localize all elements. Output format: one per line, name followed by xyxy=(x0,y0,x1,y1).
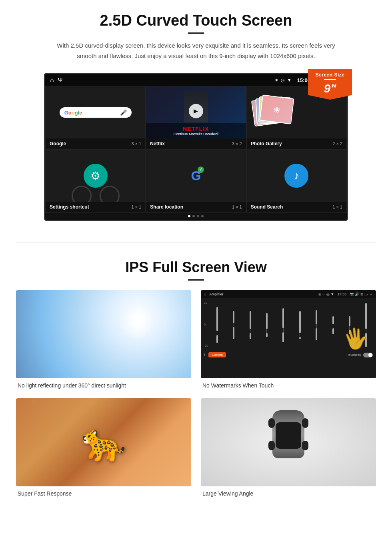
eq-divider-6 xyxy=(300,333,300,337)
netflix-logo: NETFLIX xyxy=(149,126,242,132)
eq-bar-7b xyxy=(316,328,317,340)
eq-bar-group-6 xyxy=(293,311,306,339)
eq-loudness-label: loudness xyxy=(348,353,361,357)
eq-home-icon: ⌂ xyxy=(204,292,206,296)
sunlight-visual xyxy=(16,290,191,378)
eq-divider-1 xyxy=(217,331,217,335)
car-wheel-front-right xyxy=(302,418,308,428)
status-bar: ⌂ Ψ ✶ ◎ ▼ 15:06 📷 🔊 ⊠ ▭ xyxy=(45,74,347,86)
eq-bar-1 xyxy=(216,307,218,331)
section-ips: IPS Full Screen View No light reflecting… xyxy=(0,255,392,509)
music-icon: ♪ xyxy=(284,164,308,188)
google-app-size: 3 × 1 xyxy=(132,141,142,146)
eq-y-10: 10 xyxy=(204,301,208,304)
gallery-card-4 xyxy=(260,94,294,124)
sound-app-size: 1 × 1 xyxy=(332,205,342,209)
netflix-app-size: 3 × 2 xyxy=(232,141,242,146)
equalizer-image: ⌂ Amplifier ⊞ ··· ◎ ▼ 17:33 📷 🔊 ⊠ ▭ → 10… xyxy=(201,290,376,378)
eq-bar-9 xyxy=(349,316,350,326)
google-logo: Google xyxy=(64,110,82,116)
home-icon: ⌂ xyxy=(50,76,54,84)
eq-bar-group-3 xyxy=(244,311,257,339)
netflix-app-name: Netflix xyxy=(150,141,165,147)
sound-label: Sound Search 1 × 1 xyxy=(247,202,346,212)
usb-icon: Ψ xyxy=(58,77,63,83)
gallery-app-name: Photo Gallery xyxy=(251,141,282,147)
app-cell-netflix[interactable]: ▶ NETFLIX Continue Marvel's Daredevil Ne… xyxy=(146,86,246,149)
eq-divider-5 xyxy=(283,328,284,332)
eq-status-icons: 📷 🔊 ⊠ ▭ → xyxy=(350,292,373,296)
google-app-name: Google xyxy=(50,141,66,147)
eq-bar-2 xyxy=(233,311,234,323)
bg-circle-1 xyxy=(72,186,92,202)
eq-bar-group-5 xyxy=(277,308,290,342)
eq-custom-button[interactable]: Custom xyxy=(208,352,226,357)
section2-divider xyxy=(188,279,204,281)
sound-thumb: ♪ xyxy=(247,150,346,202)
settings-app-size: 1 × 1 xyxy=(132,205,142,209)
car-image xyxy=(201,398,376,486)
dot-2 xyxy=(192,215,195,217)
netflix-thumb: ▶ NETFLIX Continue Marvel's Daredevil xyxy=(146,86,246,138)
dot-indicators xyxy=(45,213,347,220)
eq-bar-8 xyxy=(332,316,334,324)
section-curved-screen: 2.5D Curved Touch Screen With 2.5D curve… xyxy=(0,0,392,231)
eq-footer: ⟨· Custom loudness xyxy=(201,350,376,359)
app-cell-settings[interactable]: ⚙ Settings shortcut 1 × 1 xyxy=(45,149,146,213)
eq-loudness-toggle[interactable] xyxy=(363,353,373,357)
cheetah-image: 🐆 xyxy=(16,398,191,486)
settings-app-name: Settings shortcut xyxy=(50,204,89,210)
car-wheel-front-left xyxy=(268,418,275,428)
bluetooth-icon: ✶ xyxy=(275,78,278,83)
badge-size: 9" xyxy=(312,82,348,95)
bg-circle-2 xyxy=(100,186,120,202)
settings-thumb: ⚙ xyxy=(46,150,145,202)
car-visual xyxy=(201,398,376,486)
eq-bar-8b xyxy=(332,328,334,334)
app-grid: Google 🎤 Google 3 × 1 ▶ xyxy=(45,86,347,220)
share-thumb: G ✓ xyxy=(146,150,246,202)
eq-bar-5 xyxy=(282,308,284,328)
screen-frame: ⌂ Ψ ✶ ◎ ▼ 15:06 📷 🔊 ⊠ ▭ xyxy=(44,73,348,221)
eq-header: ⌂ Amplifier ⊞ ··· ◎ ▼ 17:33 📷 🔊 ⊠ ▭ → xyxy=(201,290,376,298)
equalizer-visual: ⌂ Amplifier ⊞ ··· ◎ ▼ 17:33 📷 🔊 ⊠ ▭ → 10… xyxy=(201,290,376,378)
eq-bar-1b xyxy=(216,335,218,343)
maps-checkmark: ✓ xyxy=(198,167,204,173)
eq-y-0: 0 xyxy=(204,323,208,326)
eq-y-labels: 10 0 -10 xyxy=(204,301,210,347)
screen-size-badge: Screen Size 9" xyxy=(308,69,352,100)
sound-app-name: Sound Search xyxy=(251,204,283,210)
eq-bar-group-8 xyxy=(326,316,340,334)
equalizer-caption: No Watermarks When Touch xyxy=(201,382,376,389)
feature-equalizer: ⌂ Amplifier ⊞ ··· ◎ ▼ 17:33 📷 🔊 ⊠ ▭ → 10… xyxy=(201,290,376,389)
eq-icons: ⊞ ··· ◎ ▼ xyxy=(318,292,334,296)
feature-grid: No light reflecting under 360° direct su… xyxy=(16,290,376,497)
eq-arrow-icon: ⟨· xyxy=(204,353,206,357)
google-search-bar[interactable]: Google 🎤 xyxy=(60,107,132,118)
share-app-size: 1 × 1 xyxy=(232,205,242,209)
share-label: Share location 1 × 1 xyxy=(146,202,246,212)
eq-bar-3 xyxy=(250,311,251,329)
feature-cheetah: 🐆 Super Fast Response xyxy=(16,398,191,497)
car-caption: Large Viewing Angle xyxy=(201,490,376,497)
dot-3 xyxy=(197,215,199,217)
app-cell-google[interactable]: Google 🎤 Google 3 × 1 xyxy=(45,86,146,149)
section-divider-hr xyxy=(16,243,376,243)
netflix-label: Netflix 3 × 2 xyxy=(146,138,246,149)
eq-bar-group-7 xyxy=(310,310,323,340)
mic-icon: 🎤 xyxy=(120,109,127,116)
eq-bar-7 xyxy=(316,310,317,324)
settings-bg xyxy=(72,186,120,202)
car-wheel-rear-right xyxy=(302,441,308,450)
eq-y-neg10: -10 xyxy=(204,344,208,347)
google-thumb: Google 🎤 xyxy=(46,86,145,138)
screen-mockup: Screen Size 9" ⌂ Ψ ✶ ◎ ▼ 15:06 📷 🔊 ⊠ ▭ xyxy=(44,73,348,221)
eq-time: 17:33 xyxy=(337,292,346,296)
app-cell-share[interactable]: G ✓ Share location 1 × 1 xyxy=(146,149,246,213)
eq-bar-group-2 xyxy=(227,311,240,339)
play-button[interactable]: ▶ xyxy=(189,104,203,118)
app-cell-sound[interactable]: ♪ Sound Search 1 × 1 xyxy=(246,149,347,213)
eq-bar-group-4 xyxy=(260,313,273,337)
hand-overlay: 🖐 xyxy=(341,325,370,352)
eq-divider-8 xyxy=(333,324,333,328)
